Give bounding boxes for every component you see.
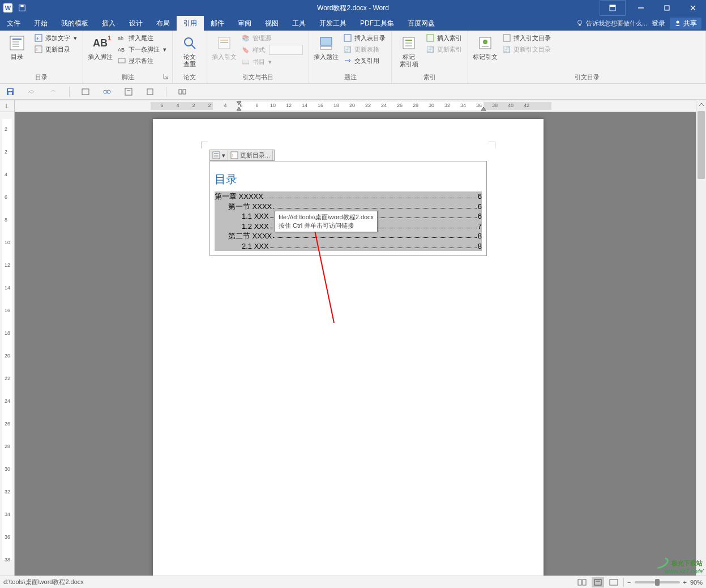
close-button[interactable] (680, 0, 706, 16)
mark-entry-icon (400, 34, 418, 52)
zoom-level[interactable]: 90% (690, 579, 703, 586)
tab-review[interactable]: 审阅 (231, 16, 258, 31)
update-toc-button[interactable]: !更新目录 (32, 44, 79, 54)
tab-references[interactable]: 引用 (177, 16, 204, 31)
horizontal-ruler[interactable]: 6422468101214161820222426283032343638404… (15, 100, 696, 112)
watermark: 极光下载站 www.xz7.com (653, 559, 703, 574)
toc-entry-text: 1.1 XXX (242, 211, 269, 221)
tab-layout[interactable]: 布局 (149, 16, 177, 31)
qat-link-icon[interactable] (101, 86, 113, 97)
svg-rect-66 (610, 580, 618, 585)
toc-entry-text: 第一章 XXXXX (215, 191, 263, 202)
thesis-check-button[interactable]: 论文 查重 (176, 33, 203, 69)
zoom-in-button[interactable]: + (683, 579, 687, 586)
insert-authorities-button[interactable]: 插入引文目录 (500, 33, 553, 43)
tab-tools[interactable]: 工具 (285, 16, 313, 31)
footnotes-launcher-icon[interactable] (163, 74, 169, 79)
login-link[interactable]: 登录 (652, 19, 665, 28)
tab-mailings[interactable]: 邮件 (204, 16, 231, 31)
toc-entry[interactable]: 第二节 XXXX8 (215, 231, 482, 241)
toc-entry[interactable]: 第一章 XXXXX6 (215, 191, 482, 202)
ribbon-group-captions: 插入题注 插入表目录 🔄更新表格 交叉引用 题注 (309, 31, 392, 83)
zoom-slider[interactable] (635, 581, 680, 583)
citation-style-label: 样式: (253, 46, 267, 54)
tab-developer[interactable]: 开发工具 (313, 16, 353, 31)
tab-design[interactable]: 设计 (122, 16, 149, 31)
qat-btn-3[interactable] (123, 86, 134, 97)
ruler-corner[interactable]: L (0, 100, 15, 112)
tab-pdf[interactable]: PDF工具集 (353, 16, 401, 31)
view-read-mode-button[interactable] (576, 577, 588, 587)
cross-reference-label: 交叉引用 (354, 57, 379, 65)
toc-entry[interactable]: 2.1 XXX8 (215, 241, 482, 252)
add-text-button[interactable]: +添加文字▾ (32, 33, 79, 43)
insert-caption-button[interactable]: 插入题注 (313, 33, 340, 62)
show-notes-button[interactable]: 显示备注 (115, 56, 169, 66)
zoom-slider-thumb[interactable] (655, 579, 660, 586)
toc-entry-page: 8 (478, 231, 482, 241)
qat-btn-4[interactable] (144, 86, 156, 97)
toc-leader-dots (273, 202, 476, 208)
scrollbar-thumb[interactable] (698, 111, 705, 179)
svg-rect-3 (610, 5, 615, 7)
tab-mytemplates[interactable]: 我的模板 (54, 16, 95, 31)
citation-style-button[interactable]: 🔖样式: (239, 44, 305, 56)
style-select[interactable] (269, 45, 303, 55)
update-index-button[interactable]: 🔄更新索引 (423, 44, 464, 54)
scroll-up-icon[interactable] (696, 100, 706, 110)
tab-view[interactable]: 视图 (258, 16, 285, 31)
toc-field[interactable]: ▾ !更新目录... 目录 第一章 XXXXX6第一节 XXXX61.1 XXX… (209, 150, 487, 256)
show-notes-label: 显示备注 (129, 57, 153, 65)
mark-citation-button[interactable]: 标记引文 (472, 33, 499, 62)
mark-citation-label: 标记引文 (473, 53, 498, 61)
next-footnote-button[interactable]: AB下一条脚注▾ (115, 44, 169, 54)
endnote-icon: ab (117, 33, 126, 42)
tell-me-search[interactable]: 告诉我您想要做什么... (576, 19, 647, 28)
bibliography-button[interactable]: 📖书目▾ (239, 57, 305, 67)
maximize-button[interactable] (654, 0, 680, 16)
svg-rect-29 (320, 46, 332, 49)
mark-entry-button[interactable]: 标记 索引项 (395, 33, 422, 69)
svg-rect-27 (220, 42, 228, 43)
manage-sources-button[interactable]: 📚管理源 (239, 33, 305, 43)
lightbulb-icon (576, 19, 584, 27)
toc-field-handle[interactable]: ▾ !更新目录... (209, 150, 275, 161)
ribbon-display-options-icon[interactable] (600, 0, 626, 16)
document-area[interactable]: ▾ !更新目录... 目录 第一章 XXXXX6第一节 XXXX61.1 XXX… (15, 112, 696, 576)
view-print-layout-button[interactable] (592, 577, 604, 587)
toc-button[interactable]: 目录 (3, 33, 31, 62)
toc-update-button[interactable]: !更新目录... (228, 150, 273, 160)
share-button[interactable]: 共享 (670, 18, 701, 29)
toc-entry-page: 8 (478, 241, 482, 252)
qat-btn-1[interactable] (80, 86, 91, 97)
insert-citation-button[interactable]: 插入引文 (211, 33, 238, 62)
minimize-button[interactable] (628, 0, 654, 16)
toc-entry[interactable]: 第一节 XXXX6 (215, 202, 482, 212)
svg-rect-22 (118, 58, 125, 63)
undo-button[interactable] (26, 86, 37, 97)
update-authorities-button[interactable]: 🔄更新引文目录 (500, 44, 553, 54)
insert-authorities-label: 插入引文目录 (514, 34, 551, 42)
view-web-layout-button[interactable] (607, 577, 620, 587)
update-table-label: 更新表格 (354, 45, 379, 54)
zoom-out-button[interactable]: − (627, 579, 631, 586)
redo-button[interactable] (48, 86, 59, 97)
tab-file[interactable]: 文件 (0, 16, 27, 31)
save-button[interactable] (5, 86, 16, 97)
tab-baidu[interactable]: 百度网盘 (401, 16, 442, 31)
insert-footnote-button[interactable]: AB1 插入脚注 (87, 33, 114, 62)
cross-reference-button[interactable]: 交叉引用 (341, 56, 388, 66)
svg-text:AB: AB (118, 47, 125, 53)
tab-home[interactable]: 开始 (27, 16, 54, 31)
toc-field-menu-icon[interactable]: ▾ (210, 150, 228, 160)
insert-endnote-button[interactable]: ab插入尾注 (115, 33, 169, 43)
insert-table-figures-button[interactable]: 插入表目录 (341, 33, 388, 43)
insert-index-button[interactable]: 插入索引 (423, 33, 464, 43)
insert-table-figures-label: 插入表目录 (354, 34, 386, 42)
qat-save-icon[interactable] (18, 4, 26, 12)
tab-insert[interactable]: 插入 (95, 16, 122, 31)
qat-btn-5[interactable] (177, 86, 188, 97)
update-table-button[interactable]: 🔄更新表格 (341, 44, 388, 54)
vertical-scrollbar[interactable] (696, 100, 706, 576)
vertical-ruler[interactable]: 22468101214161820222426283032343638 (0, 112, 15, 576)
